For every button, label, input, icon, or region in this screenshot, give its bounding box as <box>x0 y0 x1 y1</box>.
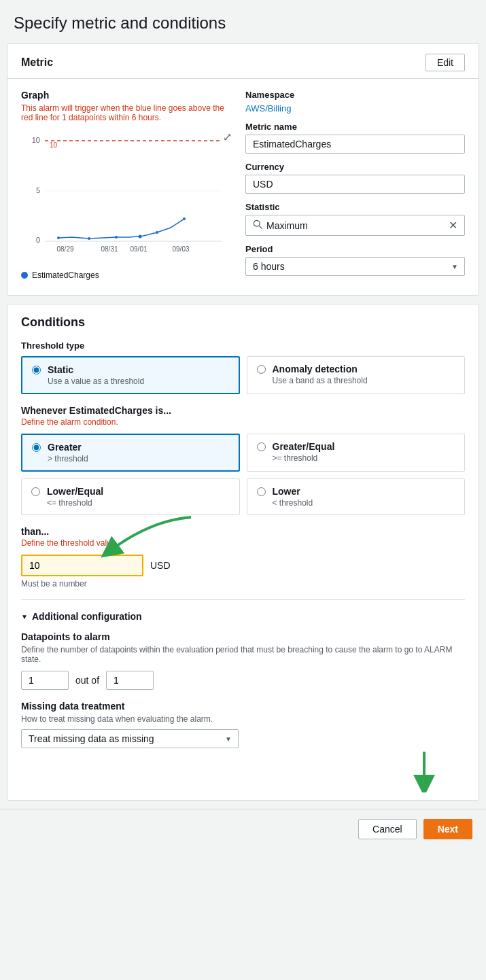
graph-legend: EstimatedCharges <box>21 270 232 280</box>
svg-text:5: 5 <box>36 186 40 194</box>
than-sub: Define the threshold value. <box>21 538 465 548</box>
namespace-value[interactable]: AWS/Billing <box>245 103 291 113</box>
metric-name-input[interactable] <box>245 135 465 154</box>
search-icon <box>253 220 262 231</box>
threshold-input-row: USD <box>21 555 465 576</box>
lower-equal-option-text: Lower/Equal <= threshold <box>47 486 103 508</box>
additional-config-header[interactable]: ▼ Additional configuration <box>21 611 465 622</box>
lower-equal-label: Lower/Equal <box>47 486 103 497</box>
metric-card: Metric Edit Graph This alarm will trigge… <box>7 43 479 296</box>
svg-text:08/29: 08/29 <box>56 245 73 253</box>
threshold-input[interactable] <box>21 555 143 576</box>
footer-bar: Cancel Next <box>0 809 486 849</box>
metric-card-header: Metric Edit <box>7 44 479 79</box>
bottom-green-arrow-svg <box>383 748 451 792</box>
conditions-card: Conditions Threshold type Static Use a v… <box>7 304 479 801</box>
static-option-text: Static Use a value as a threshold <box>48 364 144 386</box>
static-option[interactable]: Static Use a value as a threshold <box>21 356 240 394</box>
edit-button[interactable]: Edit <box>426 54 465 71</box>
threshold-unit: USD <box>150 560 171 571</box>
lower-label: Lower <box>273 486 313 497</box>
statistic-select-inner: Maximum ✕ <box>253 219 457 232</box>
datapoints-label: Datapoints to alarm <box>21 631 465 642</box>
svg-point-15 <box>156 231 158 234</box>
cancel-button[interactable]: Cancel <box>358 819 417 839</box>
conditions-title: Conditions <box>21 315 465 330</box>
period-label: Period <box>245 244 465 254</box>
out-of-text: out of <box>75 675 99 686</box>
metric-name-group: Metric name <box>245 122 465 154</box>
currency-group: Currency <box>245 162 465 194</box>
svg-point-12 <box>88 237 90 240</box>
svg-text:08/31: 08/31 <box>101 245 118 253</box>
anomaly-radio[interactable] <box>257 365 266 374</box>
next-button[interactable]: Next <box>423 819 472 839</box>
currency-input[interactable] <box>245 175 465 194</box>
whenever-sub: Define the alarm condition. <box>21 417 465 427</box>
lower-equal-sublabel: <= threshold <box>47 498 103 508</box>
greater-option[interactable]: Greater > threshold <box>21 434 240 472</box>
whenever-title: Whenever EstimatedCharges is... <box>21 405 465 416</box>
datapoints-sub: Define the number of datapoints within t… <box>21 645 465 664</box>
datapoints-input1[interactable] <box>21 671 69 690</box>
bottom-arrow-area <box>21 748 465 789</box>
svg-text:09/03: 09/03 <box>172 245 189 253</box>
svg-point-13 <box>115 236 118 239</box>
namespace-group: Namespace AWS/Billing <box>245 90 465 113</box>
svg-text:0: 0 <box>36 236 40 244</box>
greater-option-text: Greater > threshold <box>48 442 88 463</box>
anomaly-option[interactable]: Anomaly detection Use a band as a thresh… <box>247 356 466 394</box>
chart-svg: 10 5 0 10 08/29 08/31 09/01 <box>21 130 225 256</box>
lower-radio[interactable] <box>257 487 266 496</box>
condition-grid: Greater > threshold Greater/Equal >= thr… <box>21 434 465 515</box>
page-header: Specify metric and conditions <box>0 0 486 43</box>
lower-equal-option[interactable]: Lower/Equal <= threshold <box>21 478 240 515</box>
period-select[interactable]: 6 hours <box>245 257 465 276</box>
threshold-row-wrapper: USD <box>21 555 465 576</box>
svg-point-14 <box>139 235 142 239</box>
lower-sublabel: < threshold <box>273 498 313 508</box>
graph-subtitle: This alarm will trigger when the blue li… <box>21 103 232 122</box>
period-group: Period 6 hours <box>245 244 465 276</box>
graph-container: Graph This alarm will trigger when the b… <box>21 90 232 284</box>
statistic-label: Statistic <box>245 202 465 212</box>
lower-equal-radio[interactable] <box>31 487 40 496</box>
anomaly-sublabel: Use a band as a threshold <box>273 376 368 385</box>
clear-statistic-icon[interactable]: ✕ <box>449 219 457 232</box>
greater-equal-option-text: Greater/Equal >= threshold <box>273 441 335 463</box>
greater-equal-sublabel: >= threshold <box>273 453 335 463</box>
greater-equal-radio[interactable] <box>257 442 266 451</box>
period-select-container: 6 hours <box>245 257 465 276</box>
legend-label: EstimatedCharges <box>32 270 99 280</box>
expand-icon[interactable]: ⤢ <box>223 130 232 143</box>
than-title: than... <box>21 526 465 537</box>
static-sublabel: Use a value as a threshold <box>48 377 144 386</box>
legend-dot <box>21 272 28 279</box>
metric-name-label: Metric name <box>245 122 465 132</box>
collapse-arrow-icon: ▼ <box>21 613 28 620</box>
graph-area: Graph This alarm will trigger when the b… <box>21 90 465 284</box>
greater-radio[interactable] <box>32 443 41 452</box>
missing-data-label: Missing data treatment <box>21 701 465 712</box>
datapoints-row: out of <box>21 671 465 690</box>
divider <box>21 599 465 600</box>
currency-label: Currency <box>245 162 465 172</box>
metric-card-title: Metric <box>21 56 53 69</box>
lower-option-text: Lower < threshold <box>273 486 313 508</box>
static-radio[interactable] <box>32 366 41 374</box>
page-title: Specify metric and conditions <box>14 14 472 33</box>
metric-fields: Namespace AWS/Billing Metric name Curren… <box>245 90 465 284</box>
svg-point-16 <box>183 217 186 220</box>
svg-point-11 <box>57 237 60 239</box>
statistic-group: Statistic Maximum ✕ <box>245 202 465 236</box>
anomaly-option-text: Anomaly detection Use a band as a thresh… <box>273 364 368 385</box>
missing-data-select[interactable]: Treat missing data as missing Treat miss… <box>21 729 239 748</box>
statistic-select-wrapper[interactable]: Maximum ✕ <box>245 215 465 236</box>
svg-text:09/01: 09/01 <box>130 245 147 253</box>
datapoints-input2[interactable] <box>106 671 154 690</box>
additional-config-label: Additional configuration <box>32 611 142 622</box>
lower-option[interactable]: Lower < threshold <box>247 478 466 515</box>
metric-card-body: Graph This alarm will trigger when the b… <box>7 79 479 295</box>
greater-sublabel: > threshold <box>48 454 88 463</box>
greater-equal-option[interactable]: Greater/Equal >= threshold <box>247 434 466 472</box>
